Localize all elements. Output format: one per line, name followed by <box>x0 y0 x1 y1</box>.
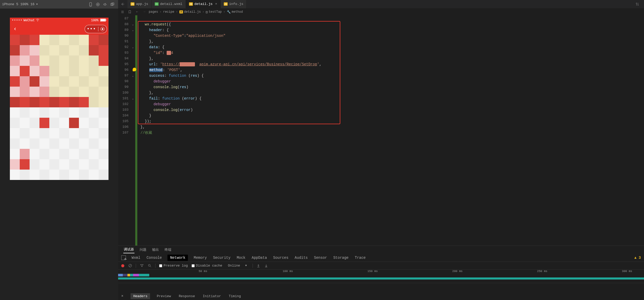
code-line[interactable]: debugger <box>140 101 644 107</box>
back-icon[interactable]: ‹ <box>11 26 19 32</box>
code-line[interactable]: } <box>140 113 644 118</box>
panel-tab[interactable]: 问题 <box>139 246 147 253</box>
request-tab[interactable]: Response <box>178 293 196 299</box>
panel-tab[interactable]: 调试器 <box>123 246 134 253</box>
panel-tab[interactable]: 终端 <box>164 246 172 253</box>
crumb-file[interactable]: JSdetail.js <box>179 10 201 14</box>
fold-column: ⌄⌄⌄⌄⌄ <box>131 15 135 246</box>
menu-dots-icon: ••• <box>87 26 96 32</box>
code-editor[interactable]: 8788899091929394959697989910010110210310… <box>118 15 644 246</box>
element-picker-icon[interactable] <box>121 255 126 260</box>
code-line[interactable]: debugger <box>140 79 644 84</box>
devtools-tab[interactable]: Network <box>167 255 188 261</box>
request-tab[interactable]: Timing <box>228 293 242 299</box>
device-selector[interactable]: iPhone 5 100% 16 ▼ <box>2 2 38 6</box>
code-line[interactable]: }, <box>140 90 644 96</box>
network-timeline[interactable]: 50 ms100 ms150 ms200 ms250 ms300 ms <box>118 270 644 283</box>
editor-tab[interactable]: JSinfo.js <box>221 0 247 8</box>
code-line[interactable]: header: { <box>140 27 644 33</box>
detach-window-icon[interactable] <box>109 1 116 8</box>
code-content[interactable]: wx.request({ header: { "Content-Type":"a… <box>138 15 644 246</box>
code-line[interactable]: }, <box>140 124 644 130</box>
disable-cache-checkbox[interactable]: Disable cache <box>192 264 222 268</box>
bottom-panel: 调试器问题输出终端 WxmlConsoleNetworkMemorySecuri… <box>118 246 644 300</box>
request-tab[interactable]: Initiator <box>202 293 222 299</box>
phone-navbar: ‹ ••• <box>10 23 109 35</box>
throttling-select[interactable]: Online▼ <box>226 263 249 268</box>
devtools-tab[interactable]: AppData <box>251 256 267 260</box>
crumb-function[interactable]: ◫testTap <box>206 10 222 14</box>
devtools-tab[interactable]: Trace <box>354 256 366 260</box>
code-line[interactable] <box>140 16 644 22</box>
warning-count-badge[interactable]: ▲ 3 <box>634 256 641 260</box>
nav-forward-icon[interactable]: → <box>141 9 147 15</box>
devtools-tab[interactable]: Mock <box>236 256 246 260</box>
devtools-tab[interactable]: Sources <box>273 256 289 260</box>
clear-icon[interactable] <box>128 264 132 268</box>
preserve-log-checkbox[interactable]: Preserve log <box>159 264 188 268</box>
nav-back-icon[interactable]: ← <box>134 9 140 15</box>
devtools-tab[interactable]: Storage <box>333 256 349 260</box>
code-line[interactable]: }); <box>140 118 644 124</box>
stop-record-icon[interactable] <box>94 1 101 8</box>
editor-tab[interactable]: JSdetail.js× <box>186 0 221 8</box>
fold-icon[interactable]: ⌄ <box>131 73 135 79</box>
devtools-tab[interactable]: Audits <box>294 256 308 260</box>
devtools-tab[interactable]: Security <box>213 256 231 260</box>
request-tab[interactable]: Preview <box>156 293 172 299</box>
crumb-method[interactable]: 🔧method <box>227 10 243 14</box>
js-file-icon: JS <box>224 2 228 6</box>
simulator-toolbar: iPhone 5 100% 16 ▼ <box>0 0 118 9</box>
tab-label: detail.wxml <box>160 2 182 6</box>
filter-icon[interactable] <box>140 264 144 268</box>
timeline-tick: 100 ms <box>283 270 293 273</box>
device-frame-icon[interactable] <box>87 1 94 8</box>
code-line[interactable]: console.log(error) <box>140 107 644 113</box>
devtools-tab[interactable]: Console <box>146 256 162 260</box>
record-icon[interactable] <box>121 264 124 267</box>
code-line[interactable]: console.log(res) <box>140 84 644 90</box>
crumb-recipe[interactable]: recipe <box>163 10 174 14</box>
upload-har-icon[interactable] <box>256 264 261 268</box>
phone-screen[interactable]: ••••• WeChat 100% ‹ <box>10 18 109 180</box>
cube-icon: ◫ <box>206 10 208 14</box>
code-line[interactable]: wx.request({ <box>140 22 644 27</box>
code-line[interactable]: "id": 4 <box>140 50 644 56</box>
fold-icon[interactable]: ⌄ <box>131 44 135 50</box>
devtools-tab[interactable]: Sensor <box>314 256 328 260</box>
fold-icon[interactable]: ⌄ <box>131 22 135 27</box>
request-tab[interactable]: Headers <box>131 293 150 299</box>
fold-icon[interactable]: ⌄ <box>131 27 135 33</box>
panel-tab[interactable]: 输出 <box>152 246 159 253</box>
bookmark-icon[interactable] <box>127 9 133 15</box>
editor-tab[interactable]: <>detail.wxml <box>152 0 186 8</box>
search-icon[interactable] <box>147 264 152 268</box>
code-line[interactable]: }, <box>140 56 644 61</box>
code-line[interactable]: }, <box>140 39 644 44</box>
capsule-button[interactable]: ••• <box>85 25 107 33</box>
mute-icon[interactable] <box>101 1 109 8</box>
code-line[interactable]: data: { <box>140 44 644 50</box>
code-line[interactable]: //收藏 <box>140 130 644 136</box>
devtools-tab[interactable]: Memory <box>193 256 207 260</box>
download-har-icon[interactable] <box>264 264 268 268</box>
close-icon[interactable]: × <box>121 294 123 298</box>
code-line[interactable]: success: function (res) { <box>140 73 644 79</box>
devtools-tab[interactable]: Wxml <box>131 256 141 260</box>
wrench-icon: 🔧 <box>227 10 231 14</box>
code-line[interactable]: url: 'https://n apim.azure-api.cn/api/se… <box>140 61 644 67</box>
code-line[interactable]: method: 'POST', <box>140 67 644 73</box>
list-icon[interactable] <box>120 9 125 15</box>
code-line[interactable]: "Content-Type":"application/json" <box>140 33 644 39</box>
editor-tab[interactable]: JSapp.js <box>127 0 152 8</box>
close-tab-icon[interactable]: × <box>215 2 217 6</box>
devtools-tabs: WxmlConsoleNetworkMemorySecurityMockAppD… <box>118 254 644 262</box>
js-file-icon: JS <box>189 2 193 6</box>
dock-toggle-icon[interactable] <box>118 0 127 8</box>
lightbulb-icon[interactable] <box>133 68 136 71</box>
svg-rect-9 <box>100 19 105 21</box>
code-line[interactable]: fail: function (error) { <box>140 96 644 101</box>
fold-icon[interactable]: ⌄ <box>131 96 135 101</box>
compare-icon[interactable] <box>633 0 642 8</box>
crumb-pages[interactable]: pages <box>149 10 158 14</box>
